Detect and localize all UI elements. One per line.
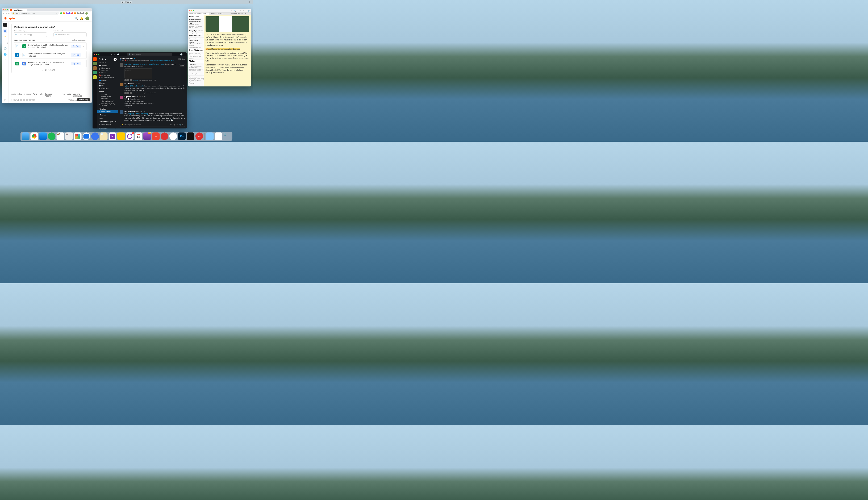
nav-files[interactable]: 📄Files [98,84,118,87]
footer-link[interactable]: Zapier for Companies [73,93,89,97]
onenote-icon[interactable]: N [109,133,116,140]
forward-icon[interactable]: → [114,54,116,55]
channel-name[interactable]: #team-content [120,57,133,59]
send-icon[interactable]: ➤ [182,124,183,126]
note-item[interactable]: Google My Business [188,29,204,33]
channel-team-content[interactable]: #team-content [98,110,118,113]
ext-icon[interactable] [82,12,84,14]
equals-icon[interactable]: = [152,133,160,140]
font-icon[interactable]: A [242,10,244,12]
emoji-icon[interactable]: ☺ [176,124,178,126]
chrome-icon[interactable] [31,133,38,140]
history-icon[interactable]: 🕘 [3,46,7,50]
new-tab-button[interactable]: + [27,9,31,11]
teamviewer-icon[interactable] [169,133,177,140]
profile-icon[interactable] [85,12,88,14]
ext-icon[interactable] [66,12,68,14]
search-icon[interactable]: 🔍 [233,10,236,12]
notes-window[interactable]: ⇪ 🔍 ☁ ≡ A ✓ 🔗 Zapier Blog > How to make … [188,9,251,87]
avatar[interactable] [85,16,89,20]
workspace-name[interactable]: Zapier ▾✎ [98,57,118,61]
avatar[interactable] [120,96,123,99]
reload-icon[interactable]: ⟳ [8,12,10,14]
chevron-down-icon[interactable]: ⌄ [82,54,85,56]
thread-replies[interactable]: 5 replies [133,92,138,94]
authy-icon[interactable] [161,133,168,140]
user-status[interactable]: ● Justin Pot [98,61,118,64]
safari-icon[interactable] [39,133,47,140]
invite-people[interactable]: ＋Invite people [98,123,118,126]
note-item[interactable]: Empty Sheet [188,72,204,76]
compose-icon[interactable]: ✎ [114,58,117,61]
link-icon[interactable]: 🔗 [248,10,250,12]
note-item[interactable]: Blog ideas:Forgive yourself. Start fresh… [188,63,204,72]
photoshop-icon[interactable]: Ps [178,133,186,140]
prev-icon[interactable]: ‹ [42,69,43,71]
dashboard-icon[interactable]: ▦ [3,29,7,33]
image-attachment[interactable]: (251 kB) ▾ [125,68,152,79]
bell-icon[interactable]: 🔔 [80,17,83,20]
slack-window[interactable]: ← → 🕘 🔍 Search Zapier 🕘? ＋ Zapier ▾✎ ● J… [92,53,187,128]
back-icon[interactable]: ← [111,54,113,55]
ext-icon[interactable] [74,12,76,14]
footer-link[interactable]: Press [61,93,65,97]
desktop-label[interactable]: Desktop 1 [121,1,132,3]
avatar[interactable] [120,83,123,86]
workspace-icon[interactable] [93,71,97,74]
zaps-icon[interactable]: ⚡ [3,35,7,38]
section-dm[interactable]: ▸ Direct messages＋ [98,120,118,123]
nav-people[interactable]: 👥People [98,79,118,82]
url-bar[interactable]: 🔒 zapier.com/app/dashboard ☆ [11,12,59,14]
ext-icon[interactable] [60,12,62,14]
workspace-icon[interactable] [93,66,97,70]
avatar[interactable] [120,111,123,114]
trash-icon[interactable]: 🗑️ [224,133,231,140]
format-icon[interactable]: Aa [170,124,172,126]
ext-icon[interactable] [63,12,65,14]
finder-icon[interactable] [22,133,30,140]
spotify-icon[interactable] [48,133,56,140]
nav-mentions[interactable]: @Mentions & reactions [98,67,118,71]
search-icon[interactable]: 🔍 [74,17,78,20]
note-item[interactable]: Pitches [188,60,204,63]
clock-icon[interactable]: 🕘 [180,53,183,56]
section-friends[interactable]: ▸ Friends [98,114,118,116]
message-list[interactable]: https://cdn.zappy.app/41212cc2768adbf432… [118,62,187,122]
notes-editor[interactable]: You now have just a little bit more spac… [204,15,251,87]
nav-apps[interactable]: ▦Apps [98,82,118,84]
close-tab-icon[interactable]: × [24,9,25,11]
avatar[interactable] [120,63,123,67]
activity-monitor-icon[interactable] [187,133,194,140]
omnifocus-icon[interactable]: 3 [126,133,134,140]
section-content[interactable]: ▾ Content [98,107,118,110]
create-zap-button[interactable]: ＋ [3,23,7,27]
chevron-down-icon[interactable]: ⌄ [82,63,85,65]
workspace-icon[interactable] [93,62,97,65]
thread-replies[interactable]: 3 replies [133,79,138,81]
nav-showless[interactable]: ▴Show less [98,87,118,89]
get-help-button[interactable]: 💬 Get Help [77,98,90,101]
note-item[interactable]: Important features: Organize conversatio… [188,52,204,60]
ext-icon[interactable] [77,12,79,14]
channel-item[interactable]: ■Alex Duggan, Carly Moulton, ... [98,102,118,107]
cloud-icon[interactable]: ☁ [237,10,239,12]
zapier-logo[interactable]: ✱zapier [4,16,15,20]
nav-threads[interactable]: 💬Threads [98,64,118,67]
star-icon[interactable]: ☆ [56,12,58,14]
explore-icon[interactable]: 🌐 [3,53,7,56]
footer-link[interactable]: Help [39,93,43,97]
nav-saved[interactable]: 🔖Saved items [98,74,118,76]
section-fun[interactable]: ▸ Fun [98,117,118,120]
signal-icon[interactable] [91,133,99,140]
ext-icon[interactable] [71,12,73,14]
try-this-button[interactable]: Try This [71,62,81,65]
glasses-icon[interactable]: 👓 [65,133,73,140]
search-app-from[interactable]: 🔍 Search for an app [14,33,47,37]
slack-search[interactable]: 🔍 Search Zapier [127,53,172,56]
weather-icon[interactable]: 58° [144,133,151,140]
slack-icon[interactable] [74,133,82,140]
message-composer[interactable]: ⚡ Aa @ ☺ 📎 ➤ [120,123,185,127]
notes-tab[interactable]: Journal > 2020-05-14 [209,12,230,15]
try-this-button[interactable]: Try This [71,53,81,57]
help-icon[interactable]: ? [184,53,185,56]
